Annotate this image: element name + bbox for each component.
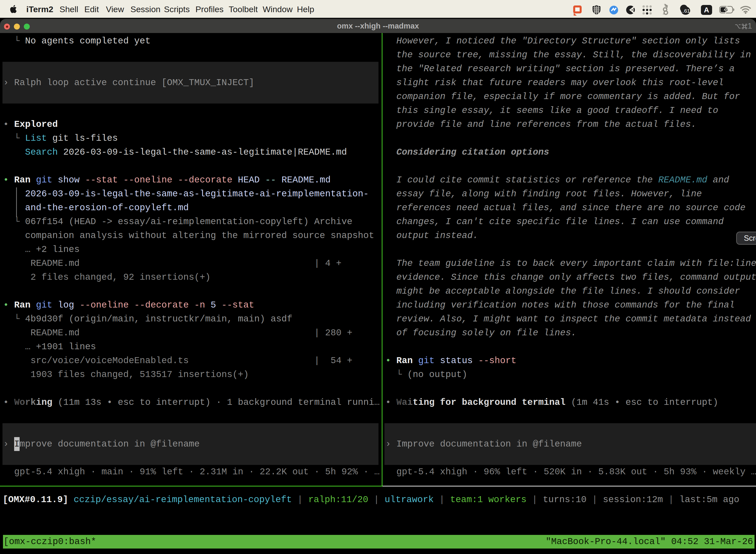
svg-text:..61: ..61 <box>681 8 690 14</box>
